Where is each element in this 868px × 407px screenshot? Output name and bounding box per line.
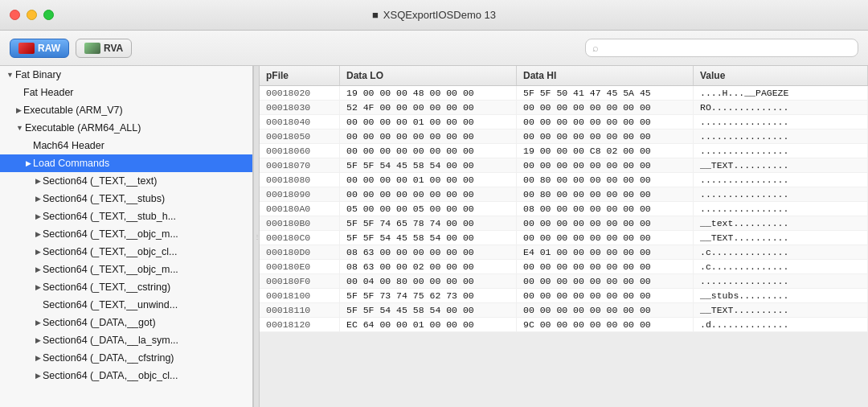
cell-value: ................ xyxy=(694,202,868,216)
triangle-icon xyxy=(35,283,41,291)
cell-data-lo: 00 00 00 00 00 00 00 00 xyxy=(340,187,517,201)
cell-value: ................ xyxy=(694,115,868,129)
cell-value: __TEXT.......... xyxy=(694,303,868,317)
main-content: Fat Binary▶Fat HeaderExecutable (ARM_V7)… xyxy=(0,66,868,407)
cell-data-hi: 00 00 00 00 00 00 00 00 xyxy=(517,260,694,273)
triangle-icon xyxy=(35,354,41,362)
table-row: 000180B05F 5F 74 65 78 74 00 0000 00 00 … xyxy=(260,216,868,231)
table-row: 0001803052 4F 00 00 00 00 00 0000 00 00 … xyxy=(260,101,868,115)
cell-data-hi: 00 00 00 00 00 00 00 00 xyxy=(517,274,694,288)
triangle-icon xyxy=(35,230,41,238)
window-controls xyxy=(10,10,54,20)
cell-value: .c.............. xyxy=(694,260,868,273)
sidebar-item-section64-text-objc-m1[interactable]: Section64 (_TEXT,__objc_m... xyxy=(0,225,252,243)
cell-address: 000180A0 xyxy=(260,202,340,216)
titlebar: ■ XSQExportIOSDemo 13 xyxy=(0,0,868,31)
cell-data-hi: E4 01 00 00 00 00 00 00 xyxy=(517,245,694,259)
triangle-icon xyxy=(35,177,41,185)
table-row: 000180C05F 5F 54 45 58 54 00 0000 00 00 … xyxy=(260,231,868,245)
sidebar-item-fat-binary[interactable]: Fat Binary xyxy=(0,66,252,84)
sidebar-item-mach64-header[interactable]: ▶Mach64 Header xyxy=(0,137,252,154)
cell-data-hi: 00 00 00 00 00 00 00 00 xyxy=(517,101,694,114)
table-row: 0001805000 00 00 00 00 00 00 0000 00 00 … xyxy=(260,130,868,144)
cell-data-hi: 00 80 00 00 00 00 00 00 xyxy=(517,173,694,187)
cell-address: 00018020 xyxy=(260,86,340,100)
col-header-datahi: Data HI xyxy=(517,66,694,85)
cell-data-hi: 9C 00 00 00 00 00 00 00 xyxy=(517,318,694,331)
cell-address: 00018050 xyxy=(260,130,340,143)
cell-data-lo: 00 00 00 00 00 00 00 00 xyxy=(340,130,517,143)
sidebar-item-section64-text-cstring[interactable]: Section64 (_TEXT,__cstring) xyxy=(0,278,252,296)
sidebar-item-label: Section64 (_TEXT,__objc_m... xyxy=(43,264,178,275)
sidebar-item-section64-data-got[interactable]: Section64 (_DATA,__got) xyxy=(0,314,252,331)
cell-value: ................ xyxy=(694,173,868,187)
sidebar-item-section64-text-objc-m2[interactable]: Section64 (_TEXT,__objc_m... xyxy=(0,261,252,278)
sidebar-item-section64-text-unwind[interactable]: ▶Section64 (_TEXT,__unwind... xyxy=(0,296,252,314)
cell-address: 00018090 xyxy=(260,187,340,201)
cell-value: ................ xyxy=(694,130,868,143)
sidebar: Fat Binary▶Fat HeaderExecutable (ARM_V7)… xyxy=(0,66,253,407)
sidebar-item-section64-text-stub-h[interactable]: Section64 (_TEXT,__stub_h... xyxy=(0,208,252,225)
maximize-button[interactable] xyxy=(43,10,54,20)
sidebar-item-section64-data-cfstring[interactable]: Section64 (_DATA,__cfstring) xyxy=(0,349,252,367)
cell-data-hi: 00 80 00 00 00 00 00 00 xyxy=(517,187,694,201)
cell-data-hi: 5F 5F 50 41 47 45 5A 45 xyxy=(517,86,694,100)
cell-value: .c.............. xyxy=(694,245,868,259)
cell-value: .d.............. xyxy=(694,318,868,331)
cell-data-lo: 00 00 00 00 01 00 00 00 xyxy=(340,115,517,129)
sidebar-item-label: Section64 (_TEXT,__objc_cl... xyxy=(43,246,177,257)
toolbar: RAW RVA ⌕ xyxy=(0,31,868,66)
cell-data-lo: 5F 5F 54 45 58 54 00 00 xyxy=(340,158,517,172)
table-row: 000181105F 5F 54 45 58 54 00 0000 00 00 … xyxy=(260,303,868,318)
cell-data-lo: 5F 5F 73 74 75 62 73 00 xyxy=(340,289,517,302)
table-row: 000180F000 04 00 80 00 00 00 0000 00 00 … xyxy=(260,274,868,289)
sidebar-item-label: Section64 (_TEXT,__stub_h... xyxy=(43,211,176,222)
sidebar-item-label: Mach64 Header xyxy=(33,140,104,151)
divider-dots: ⋮ xyxy=(254,233,260,240)
rva-button[interactable]: RVA xyxy=(76,39,132,58)
sidebar-item-label: Executable (ARM_V7) xyxy=(23,105,123,116)
sidebar-item-label: Section64 (_TEXT,__objc_m... xyxy=(43,228,178,240)
sidebar-item-label: Executable (ARM64_ALL) xyxy=(25,122,141,134)
cell-address: 00018080 xyxy=(260,173,340,187)
sidebar-item-label: Section64 (_TEXT,__unwind... xyxy=(43,299,178,310)
sidebar-item-executable-arm64[interactable]: Executable (ARM64_ALL) xyxy=(0,119,252,137)
sidebar-item-label: Section64 (_DATA,__cfstring) xyxy=(43,352,174,364)
sidebar-item-label: Section64 (_DATA,__got) xyxy=(43,317,156,328)
table-body: 0001802019 00 00 00 48 00 00 005F 5F 50 … xyxy=(260,86,868,407)
cell-data-lo: 5F 5F 74 65 78 74 00 00 xyxy=(340,216,517,230)
sidebar-item-section64-data-objc-cl[interactable]: Section64 (_DATA,__objc_cl... xyxy=(0,367,252,384)
close-button[interactable] xyxy=(10,10,20,20)
minimize-button[interactable] xyxy=(27,10,37,20)
cell-value: ....H...__PAGEZE xyxy=(694,86,868,100)
search-input[interactable] xyxy=(603,43,851,54)
sidebar-item-fat-header[interactable]: ▶Fat Header xyxy=(0,84,252,101)
cell-value: __TEXT.......... xyxy=(694,158,868,172)
table-row: 000181005F 5F 73 74 75 62 73 0000 00 00 … xyxy=(260,289,868,303)
cell-data-lo: 52 4F 00 00 00 00 00 00 xyxy=(340,101,517,114)
window-icon: ■ xyxy=(372,9,379,21)
raw-button[interactable]: RAW xyxy=(10,39,69,58)
sidebar-item-section64-text-stubs[interactable]: Section64 (_TEXT,__stubs) xyxy=(0,190,252,208)
table-row: 0001808000 00 00 00 01 00 00 0000 80 00 … xyxy=(260,173,868,187)
sidebar-item-executable-armv7[interactable]: Executable (ARM_V7) xyxy=(0,101,252,119)
data-panel: pFile Data LO Data HI Value 0001802019 0… xyxy=(260,66,868,407)
sidebar-item-label: Fat Header xyxy=(23,87,74,98)
sidebar-item-section64-data-la-sym[interactable]: Section64 (_DATA,__la_sym... xyxy=(0,331,252,349)
sidebar-item-load-commands[interactable]: Load Commands xyxy=(0,154,252,172)
sidebar-item-section64-text-objc-cl[interactable]: Section64 (_TEXT,__objc_cl... xyxy=(0,243,252,261)
col-header-datalo: Data LO xyxy=(340,66,517,85)
cell-data-lo: 05 00 00 00 05 00 00 00 xyxy=(340,202,517,216)
triangle-icon xyxy=(26,159,31,167)
sidebar-item-label: Section64 (_TEXT,__cstring) xyxy=(43,282,170,293)
cell-address: 00018060 xyxy=(260,144,340,158)
cell-data-lo: 00 04 00 80 00 00 00 00 xyxy=(340,274,517,288)
cell-address: 00018030 xyxy=(260,101,340,114)
search-icon: ⌕ xyxy=(592,42,599,54)
table-row: 00018120EC 64 00 00 01 00 00 009C 00 00 … xyxy=(260,318,868,332)
cell-data-lo: 00 00 00 00 00 00 00 00 xyxy=(340,144,517,158)
table-row: 0001806000 00 00 00 00 00 00 0019 00 00 … xyxy=(260,144,868,158)
triangle-icon xyxy=(35,372,41,380)
sidebar-item-section64-text-text[interactable]: Section64 (_TEXT,__text) xyxy=(0,172,252,190)
resize-handle[interactable]: ⋮ xyxy=(253,66,260,407)
